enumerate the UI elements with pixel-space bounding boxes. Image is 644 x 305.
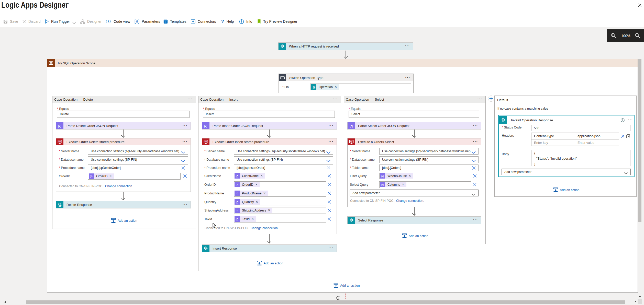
svg-text:{: { [236, 175, 236, 177]
svg-text:{: { [349, 124, 350, 128]
svg-text:{: { [236, 201, 236, 203]
svg-text:{: { [236, 192, 236, 195]
svg-text:}: } [60, 124, 61, 128]
svg-text:SQL: SQL [58, 141, 61, 142]
svg-text:}: } [206, 124, 207, 128]
svg-text:SQL: SQL [204, 141, 207, 142]
svg-text:{: { [204, 124, 205, 128]
svg-text:SQL: SQL [350, 141, 353, 142]
svg-text:@: @ [136, 20, 139, 23]
svg-text:{: { [58, 124, 59, 128]
svg-text:{: { [90, 175, 91, 178]
svg-text:{: { [381, 183, 382, 186]
svg-text:}: } [352, 124, 353, 128]
svg-text:{: { [236, 218, 236, 220]
svg-text:{: { [236, 209, 236, 212]
svg-text:{: { [236, 183, 236, 186]
svg-text:{: { [381, 175, 382, 177]
